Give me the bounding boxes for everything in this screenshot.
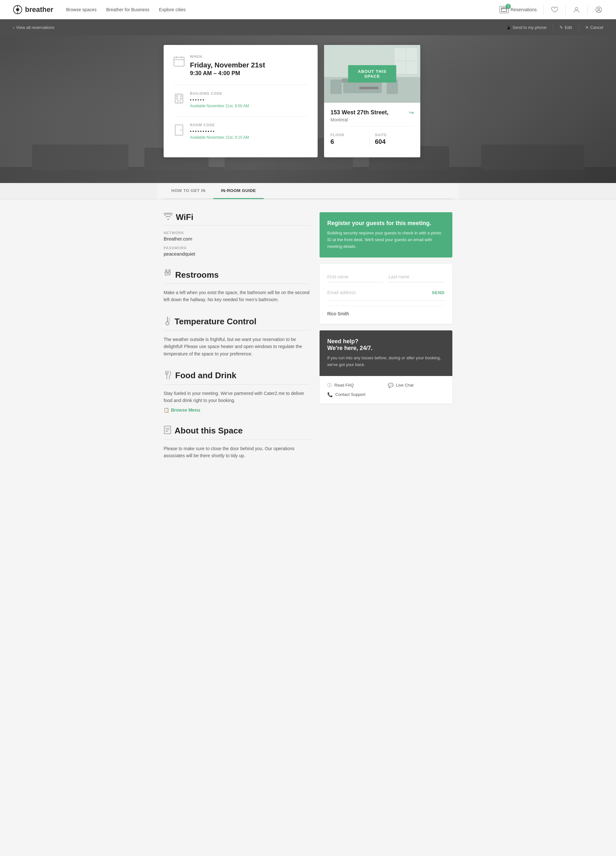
help-title: Need help? We're here, 24/7.: [327, 338, 445, 352]
guest-list-item: Rico Smith: [327, 311, 445, 316]
read-faq-link[interactable]: ⓘ Read FAQ: [327, 382, 384, 388]
tabs-container: HOW TO GET IN IN-ROOM GUIDE: [164, 183, 452, 199]
tab-how-to-get-in[interactable]: HOW TO GET IN: [164, 183, 214, 199]
account-button[interactable]: [572, 5, 581, 14]
restrooms-description: Make a left when you exist the space, th…: [164, 289, 310, 303]
svg-rect-15: [174, 57, 184, 66]
send-phone-label: Send to my phone: [513, 25, 547, 30]
building-code-label: BUILDING CODE: [190, 91, 249, 95]
floor-detail: FLOOR 6: [330, 130, 370, 148]
food-divider: [164, 384, 310, 385]
svg-rect-10: [32, 145, 128, 170]
right-sidebar: Register your guests for this meeting. B…: [320, 212, 452, 472]
temperature-icon: [164, 316, 171, 327]
about-space-section: About this Space Please to make sure to …: [164, 425, 310, 459]
last-name-input[interactable]: [389, 272, 445, 282]
browse-menu-label: Browse Menu: [171, 408, 200, 413]
nav-browse-spaces[interactable]: Browse spaces: [66, 7, 97, 12]
space-address: 153 West 27th Street,: [330, 109, 389, 116]
svg-point-40: [169, 270, 171, 271]
svg-point-6: [575, 8, 578, 10]
wishlist-button[interactable]: [550, 5, 559, 14]
space-details-row: FLOOR 6 SUITE 604: [330, 130, 414, 148]
svg-rect-26: [175, 125, 183, 135]
navbar: breather Browse spaces Breather for Busi…: [0, 0, 616, 19]
calendar-icon: [173, 56, 185, 68]
edit-label: Edit: [565, 25, 572, 30]
tabs-section: HOW TO GET IN IN-ROOM GUIDE: [157, 183, 459, 199]
edit-button[interactable]: ✎ Edit: [559, 25, 572, 30]
building-code-value: ••••••: [190, 97, 249, 102]
reservations-label: Reservations: [510, 7, 537, 12]
cancel-label: Cancel: [590, 25, 603, 30]
guest-email-row: SEND: [327, 287, 445, 300]
about-space-title: About this Space: [175, 426, 243, 436]
temperature-title: Temperature Control: [175, 317, 257, 326]
back-label: View all reservations: [16, 25, 54, 30]
help-section: Need help? We're here, 24/7. If you run …: [320, 330, 452, 403]
nav-business[interactable]: Breather for Business: [106, 7, 149, 12]
wifi-divider: [164, 225, 310, 226]
booking-time: 9:30 AM – 4:00 PM: [190, 70, 265, 77]
about-space-description: Please to make sure to close the door be…: [164, 445, 310, 459]
divider-2: [173, 116, 308, 117]
first-name-input[interactable]: [327, 272, 383, 282]
about-this-space-button[interactable]: ABOUT THIS SPACE: [348, 65, 396, 83]
phone-support-icon: 📞: [327, 392, 333, 397]
nav-divider-3: [587, 5, 588, 14]
chat-label: Live Chat: [396, 383, 413, 388]
room-code-available: Available November 21st, 9:15 AM: [190, 135, 249, 140]
breather-logo-icon: [13, 5, 23, 14]
subnav-divider-1: [553, 24, 553, 31]
contact-support-link[interactable]: 📞 Contact Support: [327, 392, 384, 397]
send-button[interactable]: SEND: [432, 288, 445, 298]
reservations-badge: 3: [505, 4, 511, 9]
wifi-section: WiFi NETWORK Breather.com PASSWORD peace…: [164, 212, 310, 257]
send-to-phone-button[interactable]: 📱 Send to my phone: [506, 25, 547, 30]
when-label: WHEN: [190, 55, 265, 59]
room-code-section: ROOM CODE •••••••••• Available November …: [173, 123, 308, 140]
building-icon: [173, 93, 185, 104]
svg-rect-36: [359, 87, 379, 89]
when-section: WHEN Friday, November 21st 9:30 AM – 4:0…: [173, 55, 308, 77]
tab-in-room-guide[interactable]: IN-ROOM GUIDE: [214, 183, 264, 199]
temperature-divider: [164, 330, 310, 331]
wifi-title: WiFi: [176, 212, 194, 222]
directions-button[interactable]: ↪: [409, 109, 414, 116]
email-input[interactable]: [327, 287, 427, 298]
floor-label: FLOOR: [330, 133, 370, 137]
back-button[interactable]: ‹ View all reservations: [13, 25, 54, 30]
temperature-section: Temperature Control The weather outside …: [164, 316, 310, 357]
faq-label: Read FAQ: [334, 383, 354, 388]
svg-rect-20: [177, 95, 178, 97]
cancel-button[interactable]: ✕ Cancel: [585, 25, 603, 30]
network-label: NETWORK: [164, 231, 310, 235]
about-space-icon: [164, 425, 171, 436]
subnav: ‹ View all reservations 📱 Send to my pho…: [0, 19, 616, 35]
nav-explore-cities[interactable]: Explore cities: [159, 7, 186, 12]
live-chat-link[interactable]: 💬 Live Chat: [388, 382, 445, 388]
svg-rect-4: [501, 8, 507, 12]
help-description: If you run into any issues before, durin…: [327, 355, 445, 368]
svg-point-27: [180, 129, 181, 131]
reservations-icon: 3: [499, 6, 508, 13]
user-button[interactable]: [594, 5, 603, 14]
suite-label: SUITE: [375, 133, 414, 137]
reservations-button[interactable]: 3 Reservations: [499, 6, 537, 13]
booking-date: Friday, November 21st: [190, 61, 265, 69]
guest-name-row: [327, 272, 445, 282]
edit-icon: ✎: [559, 25, 563, 30]
svg-rect-14: [481, 145, 584, 170]
svg-rect-24: [178, 100, 180, 103]
navbar-right: 3 Reservations: [499, 5, 603, 14]
help-links-grid: ⓘ Read FAQ 💬 Live Chat 📞 Contact Support: [327, 382, 445, 397]
space-details-divider: [330, 126, 414, 126]
password-value: peaceandquiet: [164, 251, 310, 257]
brand-logo[interactable]: breather: [13, 5, 53, 14]
subnav-divider-2: [578, 24, 579, 31]
hero-area: WHEN Friday, November 21st 9:30 AM – 4:0…: [0, 35, 616, 183]
svg-rect-23: [180, 98, 181, 99]
svg-point-8: [598, 8, 600, 10]
guest-form-card: SEND Rico Smith: [320, 264, 452, 324]
browse-menu-link[interactable]: 📋 Browse Menu: [164, 408, 310, 413]
